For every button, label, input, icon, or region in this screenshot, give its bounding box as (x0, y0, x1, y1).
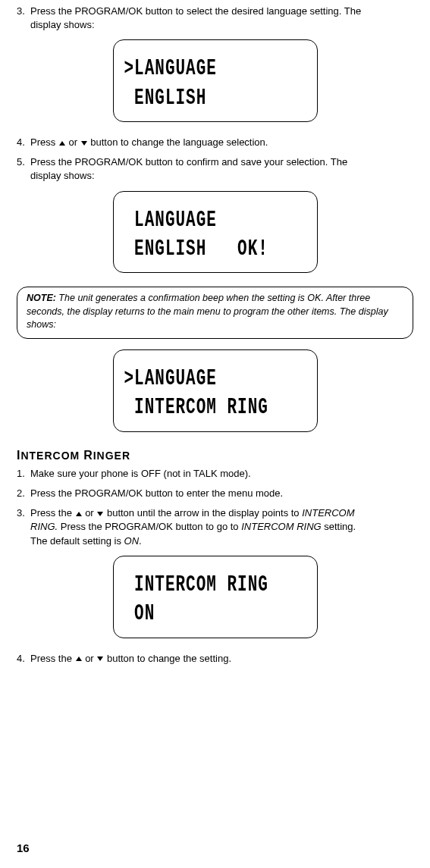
step-num: 4. (17, 652, 30, 666)
lcd-line-2: ENGLISH OK! (124, 234, 306, 265)
t: Press (30, 136, 58, 148)
rest: NTERCOM (20, 450, 83, 462)
t: button until the arrow in the display po… (104, 507, 302, 519)
t-italic: ON (124, 535, 140, 547)
note-label: NOTE: (27, 293, 56, 303)
arrow-down-icon (97, 656, 103, 661)
line: display shows: (30, 170, 95, 181)
ir-step-3: 3. Press the or button until the arrow i… (17, 506, 413, 548)
arrow-up-icon (76, 656, 82, 661)
step-num: 2. (17, 487, 30, 500)
lcd-display-intercom-menu: >LANGUAGE INTERCOM RING (113, 349, 318, 432)
note-box: NOTE: The unit generates a confirmation … (17, 287, 413, 339)
step-num: 4. (17, 136, 30, 149)
t-italic: RING. (30, 521, 58, 532)
ir-step-2: 2. Press the PROGRAM/OK button to enter … (17, 487, 413, 500)
step-5: 5. Press the PROGRAM/OK button to confir… (17, 155, 413, 183)
step-4: 4. Press or button to change the languag… (17, 136, 413, 149)
step-text: Press the or button until the arrow in t… (30, 506, 413, 548)
lcd-line-2: ENGLISH (124, 83, 306, 114)
step-num: 5. (17, 155, 30, 183)
step-text: Press the PROGRAM/OK button to select th… (30, 5, 413, 32)
step-num: 3. (17, 5, 30, 32)
lcd-display-language-ok: LANGUAGE ENGLISH OK! (113, 191, 318, 274)
lcd-display-language: >LANGUAGE ENGLISH (113, 39, 318, 122)
section-intercom-ringer: INTERCOM RINGER (17, 447, 413, 464)
line: Press the PROGRAM/OK button to select th… (30, 5, 361, 17)
t: button to change the language selection. (88, 136, 268, 148)
step-text: Make sure your phone is OFF (not in TALK… (30, 467, 413, 481)
t: . (139, 535, 142, 547)
t: setting. (322, 521, 356, 532)
t-italic: INTERCOM (302, 507, 354, 519)
cap: R (83, 449, 93, 462)
lcd-line-2: ON (124, 599, 306, 629)
lcd-line-1: INTERCOM RING (124, 570, 306, 600)
step-text: Press the PROGRAM/OK button to confirm a… (30, 155, 413, 183)
t-italic: INTERCOM RING (241, 521, 321, 532)
step-num: 1. (17, 467, 30, 481)
arrow-up-icon (76, 512, 82, 516)
lcd-line-2: INTERCOM RING (124, 393, 306, 423)
arrow-down-icon (81, 141, 87, 146)
t: The default setting is (30, 535, 124, 547)
arrow-down-icon (97, 512, 103, 516)
lcd-line-1: >LANGUAGE (124, 364, 306, 394)
t: Press the (30, 653, 75, 664)
step-text: Press the PROGRAM/OK button to enter the… (30, 487, 413, 500)
t: button to change the setting. (104, 653, 231, 664)
t: Press the PROGRAM/OK button to go to (58, 521, 241, 532)
note-text: The unit generates a confirmation beep w… (27, 293, 388, 330)
t: or (83, 653, 97, 664)
ir-step-4: 4. Press the or button to change the set… (17, 652, 413, 666)
lcd-line-1: >LANGUAGE (124, 54, 306, 84)
lcd-display-intercom-ring-on: INTERCOM RING ON (113, 556, 318, 638)
lcd-line-1: LANGUAGE (124, 205, 306, 236)
step-text: Press the or button to change the settin… (30, 652, 413, 666)
step-num: 3. (17, 506, 30, 548)
step-text: Press or button to change the language s… (30, 136, 413, 149)
page-number: 16 (17, 840, 30, 856)
arrow-up-icon (59, 141, 65, 146)
rest: INGER (93, 450, 130, 462)
line: display shows: (30, 19, 95, 30)
t: or (66, 136, 80, 148)
step-3: 3. Press the PROGRAM/OK button to select… (17, 5, 413, 32)
t: Press the (30, 507, 75, 519)
t: or (83, 507, 97, 519)
ir-step-1: 1. Make sure your phone is OFF (not in T… (17, 467, 413, 481)
line: Press the PROGRAM/OK button to confirm a… (30, 156, 347, 168)
